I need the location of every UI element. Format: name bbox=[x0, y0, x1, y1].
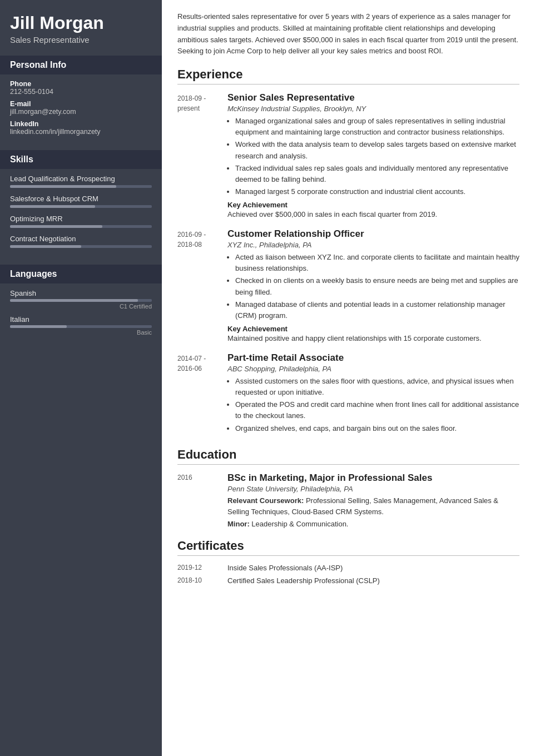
bullet-item: Tracked individual sales rep sales goals… bbox=[235, 163, 519, 185]
linkedin-item: LinkedIn linkedin.com/in/jillmorganzety bbox=[10, 120, 152, 136]
experience-block: 2016-09 -2018-08 Customer Relationship O… bbox=[177, 228, 519, 342]
exp-company: ABC Shopping, Philadelphia, PA bbox=[227, 365, 519, 373]
sidebar-name-block: Jill Morgan Sales Representative bbox=[0, 0, 162, 48]
edu-date: 2016 bbox=[177, 472, 227, 531]
exp-date: 2016-09 -2018-08 bbox=[177, 228, 227, 342]
education-header: Education bbox=[177, 447, 519, 465]
edu-minor: Minor: Leadership & Communication. bbox=[227, 519, 519, 530]
exp-company: XYZ Inc., Philadelphia, PA bbox=[227, 241, 519, 249]
language-level: C1 Certified bbox=[10, 303, 152, 310]
email-label: E-mail bbox=[10, 100, 152, 108]
bullet-item: Managed database of clients and potentia… bbox=[235, 299, 519, 321]
experience-content: 2018-09 -present Senior Sales Representa… bbox=[177, 92, 519, 437]
skill-name: Lead Qualification & Prospecting bbox=[10, 175, 152, 183]
language-bar-fill bbox=[10, 325, 67, 328]
key-achievement-text: Maintained positive and happy client rel… bbox=[227, 334, 519, 342]
skill-bar-bg bbox=[10, 205, 152, 208]
skill-name: Optimizing MRR bbox=[10, 215, 152, 223]
experience-block: 2014-07 -2016-06 Part-time Retail Associ… bbox=[177, 352, 519, 437]
skills-section: Skills Lead Qualification & Prospecting … bbox=[0, 150, 162, 257]
language-bar-bg bbox=[10, 325, 152, 328]
language-bar-bg bbox=[10, 299, 152, 302]
edu-details: BSc in Marketing, Major in Professional … bbox=[227, 472, 519, 531]
skill-item: Optimizing MRR bbox=[10, 215, 152, 228]
key-achievement-text: Achieved over $500,000 in sales in each … bbox=[227, 210, 519, 218]
bullet-item: Worked with the data analysis team to de… bbox=[235, 139, 519, 161]
language-name: Italian bbox=[10, 315, 152, 324]
language-level: Basic bbox=[10, 329, 152, 336]
main-content: Results-oriented sales representative fo… bbox=[162, 0, 535, 756]
key-achievement-label: Key Achievement bbox=[227, 201, 519, 209]
exp-bullets: Assisted customers on the sales floor wi… bbox=[235, 376, 519, 434]
bullet-item: Assisted customers on the sales floor wi… bbox=[235, 376, 519, 398]
sidebar: Jill Morgan Sales Representative Persona… bbox=[0, 0, 162, 756]
certificates-content: 2019-12 Inside Sales Professionals (AA-I… bbox=[177, 564, 519, 585]
summary-text: Results-oriented sales representative fo… bbox=[177, 11, 519, 57]
personal-info-content: Phone 212-555-0104 E-mail jill.morgan@ze… bbox=[0, 74, 162, 142]
exp-title: Customer Relationship Officer bbox=[227, 228, 519, 240]
email-item: E-mail jill.morgan@zety.com bbox=[10, 100, 152, 116]
bullet-item: Organized shelves, end caps, and bargain… bbox=[235, 423, 519, 434]
education-block: 2016 BSc in Marketing, Major in Professi… bbox=[177, 472, 519, 531]
phone-label: Phone bbox=[10, 80, 152, 88]
skill-item: Contract Negotiation bbox=[10, 235, 152, 248]
languages-content: Spanish C1 Certified Italian Basic bbox=[0, 284, 162, 344]
exp-title: Part-time Retail Associate bbox=[227, 352, 519, 364]
bullet-item: Operated the POS and credit card machine… bbox=[235, 399, 519, 421]
certificate-block: 2019-12 Inside Sales Professionals (AA-I… bbox=[177, 564, 519, 572]
edu-coursework: Relevant Coursework: Professional Sellin… bbox=[227, 495, 519, 518]
bullet-item: Managed organizational sales and group o… bbox=[235, 116, 519, 138]
personal-info-section: Personal Info Phone 212-555-0104 E-mail … bbox=[0, 56, 162, 142]
exp-company: McKinsey Industrial Supplies, Brooklyn, … bbox=[227, 105, 519, 113]
cert-date: 2018-10 bbox=[177, 576, 227, 585]
candidate-name: Jill Morgan bbox=[10, 13, 152, 33]
linkedin-label: LinkedIn bbox=[10, 120, 152, 128]
skill-item: Lead Qualification & Prospecting bbox=[10, 175, 152, 188]
personal-info-header: Personal Info bbox=[0, 56, 162, 74]
language-name: Spanish bbox=[10, 289, 152, 297]
skill-bar-bg bbox=[10, 245, 152, 248]
skill-item: Salesforce & Hubspot CRM bbox=[10, 195, 152, 208]
language-item: Spanish C1 Certified bbox=[10, 289, 152, 310]
phone-item: Phone 212-555-0104 bbox=[10, 80, 152, 96]
language-bar-fill bbox=[10, 299, 138, 302]
exp-date: 2014-07 -2016-06 bbox=[177, 352, 227, 437]
language-item: Italian Basic bbox=[10, 315, 152, 336]
skills-content: Lead Qualification & Prospecting Salesfo… bbox=[0, 169, 162, 257]
skill-bar-fill bbox=[10, 185, 116, 188]
candidate-title: Sales Representative bbox=[10, 35, 152, 44]
certificates-header: Certificates bbox=[177, 539, 519, 556]
edu-degree: BSc in Marketing, Major in Professional … bbox=[227, 472, 519, 484]
skill-bar-fill bbox=[10, 205, 95, 208]
experience-section: Experience 2018-09 -present Senior Sales… bbox=[177, 67, 519, 437]
education-content: 2016 BSc in Marketing, Major in Professi… bbox=[177, 472, 519, 531]
exp-bullets: Acted as liaison between XYZ Inc. and co… bbox=[235, 252, 519, 321]
skill-bar-fill bbox=[10, 225, 102, 228]
exp-details: Part-time Retail Associate ABC Shopping,… bbox=[227, 352, 519, 437]
phone-value: 212-555-0104 bbox=[10, 88, 152, 96]
exp-details: Customer Relationship Officer XYZ Inc., … bbox=[227, 228, 519, 342]
skill-bar-fill bbox=[10, 245, 81, 248]
linkedin-value: linkedin.com/in/jillmorganzety bbox=[10, 128, 152, 136]
cert-text: Certified Sales Leadership Professional … bbox=[227, 576, 380, 585]
key-achievement-label: Key Achievement bbox=[227, 325, 519, 333]
exp-bullets: Managed organizational sales and group o… bbox=[235, 116, 519, 197]
bullet-item: Acted as liaison between XYZ Inc. and co… bbox=[235, 252, 519, 274]
experience-block: 2018-09 -present Senior Sales Representa… bbox=[177, 92, 519, 218]
skill-name: Contract Negotiation bbox=[10, 235, 152, 243]
education-section: Education 2016 BSc in Marketing, Major i… bbox=[177, 447, 519, 531]
experience-header: Experience bbox=[177, 67, 519, 84]
edu-school: Penn State University, Philadelphia, PA bbox=[227, 485, 519, 493]
certificate-block: 2018-10 Certified Sales Leadership Profe… bbox=[177, 576, 519, 585]
exp-details: Senior Sales Representative McKinsey Ind… bbox=[227, 92, 519, 218]
cert-text: Inside Sales Professionals (AA-ISP) bbox=[227, 564, 343, 572]
email-value: jill.morgan@zety.com bbox=[10, 108, 152, 116]
skill-name: Salesforce & Hubspot CRM bbox=[10, 195, 152, 203]
languages-section: Languages Spanish C1 Certified Italian B… bbox=[0, 265, 162, 344]
exp-title: Senior Sales Representative bbox=[227, 92, 519, 103]
skills-header: Skills bbox=[0, 150, 162, 169]
exp-date: 2018-09 -present bbox=[177, 92, 227, 218]
skill-bar-bg bbox=[10, 225, 152, 228]
cert-date: 2019-12 bbox=[177, 564, 227, 572]
languages-header: Languages bbox=[0, 265, 162, 284]
